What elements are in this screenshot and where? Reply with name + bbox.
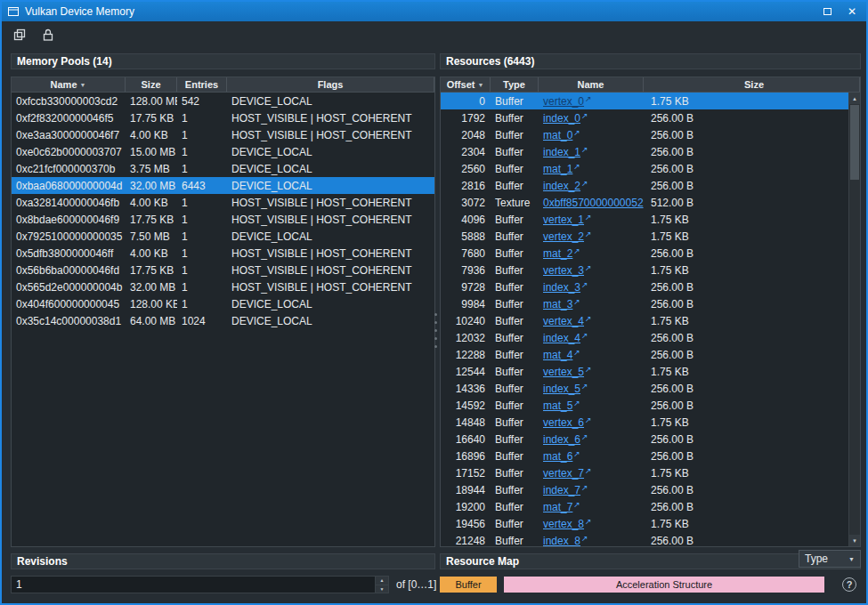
scroll-down-button[interactable]: ▼ [849, 535, 860, 546]
resource-link[interactable]: vertex_8 [543, 518, 584, 530]
resource-row[interactable]: 0Buffervertex_0↗1.75 KB [441, 93, 848, 109]
resource-name-cell: index_5↗ [539, 380, 644, 397]
resource-row[interactable]: 10240Buffervertex_4↗1.75 KB [441, 312, 848, 329]
resource-row[interactable]: 12288Buffermat_4↗256.00 B [441, 346, 848, 363]
revision-spinbox[interactable]: 1 ▲ ▼ [11, 576, 389, 593]
memory-pool-row[interactable]: 0xf2f83200000046f517.75 KB1HOST_VISIBLE … [12, 109, 434, 126]
resource-link[interactable]: index_2 [543, 180, 580, 192]
resource-link[interactable]: vertex_7 [543, 467, 584, 480]
resource-link[interactable]: mat_4 [543, 349, 572, 361]
column-header-type[interactable]: Type [491, 77, 539, 92]
resource-row[interactable]: 21248Bufferindex_8↗256.00 B [441, 532, 848, 546]
resource-link[interactable]: vertex_1 [543, 214, 584, 226]
float-button[interactable] [818, 4, 836, 20]
close-button[interactable]: ✕ [843, 4, 861, 20]
resource-row[interactable]: 9728Bufferindex_3↗256.00 B [441, 278, 848, 295]
resource-row[interactable]: 7936Buffervertex_3↗1.75 KB [441, 262, 848, 278]
pool-flags-cell: HOST_VISIBLE | HOST_COHERENT [227, 262, 434, 278]
resource-row[interactable]: 16896Buffermat_6↗256.00 B [441, 448, 848, 464]
resource-row[interactable]: 19456Buffervertex_8↗1.75 KB [441, 515, 848, 532]
resource-row[interactable]: 14592Buffermat_5↗256.00 B [441, 397, 848, 414]
memory-pool-row[interactable]: 0x56b6ba00000046fd17.75 KB1HOST_VISIBLE … [12, 262, 434, 278]
resource-link[interactable]: mat_5 [543, 399, 572, 412]
resource-row[interactable]: 18944Bufferindex_7↗256.00 B [441, 481, 848, 498]
memory-pool-row[interactable]: 0x565d2e000000004b32.00 MB1HOST_VISIBLE … [12, 278, 434, 295]
column-header-offset[interactable]: Offset▼ [441, 77, 491, 92]
resource-link[interactable]: index_3 [543, 281, 580, 294]
resource-name-cell: vertex_8↗ [539, 515, 644, 532]
scrollbar-thumb[interactable] [850, 105, 859, 180]
resource-link[interactable]: vertex_2 [543, 230, 584, 243]
resource-name-cell: index_7↗ [539, 481, 644, 498]
resource-row[interactable]: 3072Texture0xbff8570000000052↗512.00 B [441, 194, 848, 211]
resource-offset-cell: 2304 [441, 143, 491, 160]
resource-link[interactable]: index_1 [543, 146, 580, 158]
resource-link[interactable]: mat_1 [543, 163, 572, 175]
column-header-name[interactable]: Name [539, 77, 644, 92]
resource-link[interactable]: vertex_0 [543, 95, 584, 108]
resource-link[interactable]: index_0 [543, 112, 580, 125]
resource-link[interactable]: mat_6 [543, 450, 572, 463]
resource-link[interactable]: index_5 [543, 383, 580, 395]
titlebar[interactable]: Vulkan Device Memory ✕ [2, 2, 866, 21]
column-header-flags[interactable]: Flags [227, 77, 434, 92]
column-header-size[interactable]: Size [126, 77, 177, 92]
resource-row[interactable]: 14848Buffervertex_6↗1.75 KB [441, 414, 848, 431]
resource-row[interactable]: 2304Bufferindex_1↗256.00 B [441, 143, 848, 160]
column-header-size[interactable]: Size [644, 77, 860, 92]
memory-pool-row[interactable]: 0x35c14c00000038d164.00 MB1024DEVICE_LOC… [12, 312, 434, 329]
resource-row[interactable]: 5888Buffervertex_2↗1.75 KB [441, 228, 848, 245]
resource-row[interactable]: 9984Buffermat_3↗256.00 B [441, 295, 848, 312]
resources-scrollbar[interactable]: ▲ ▼ [848, 93, 860, 546]
spin-down-button[interactable]: ▼ [376, 585, 388, 593]
resource-row[interactable]: 1792Bufferindex_0↗256.00 B [441, 109, 848, 126]
resource-link[interactable]: vertex_5 [543, 366, 584, 378]
memory-pool-row[interactable]: 0x5dfb3800000046ff4.00 KB1HOST_VISIBLE |… [12, 245, 434, 262]
resource-map-segment-acceleration-structure[interactable]: Acceleration Structure [504, 577, 824, 593]
resource-row[interactable]: 17152Buffervertex_7↗1.75 KB [441, 464, 848, 481]
spin-up-button[interactable]: ▲ [376, 577, 388, 585]
panel-splitter[interactable] [434, 313, 438, 352]
resource-link[interactable]: vertex_4 [543, 315, 584, 327]
resource-link[interactable]: index_8 [543, 535, 580, 547]
resource-link[interactable]: index_4 [543, 332, 580, 344]
resource-row[interactable]: 4096Buffervertex_1↗1.75 KB [441, 211, 848, 228]
resource-row[interactable]: 16640Bufferindex_6↗256.00 B [441, 431, 848, 448]
resource-link[interactable]: mat_3 [543, 298, 572, 311]
resource-map-segment-buffer[interactable]: Buffer [440, 577, 497, 593]
resource-link[interactable]: index_6 [543, 433, 580, 446]
resource-row[interactable]: 7680Buffermat_2↗256.00 B [441, 245, 848, 262]
pool-flags-cell: HOST_VISIBLE | HOST_COHERENT [227, 194, 434, 211]
memory-pool-row[interactable]: 0xc21fcf000000370b3.75 MB1DEVICE_LOCAL [12, 160, 434, 177]
resource-link[interactable]: index_7 [543, 484, 580, 496]
resource-row[interactable]: 2816Bufferindex_2↗256.00 B [441, 177, 848, 194]
resource-row[interactable]: 19200Buffermat_7↗256.00 B [441, 498, 848, 515]
help-icon[interactable]: ? [842, 577, 856, 592]
memory-pool-row[interactable]: 0xe0c62b000000370715.00 MB1DEVICE_LOCAL [12, 143, 434, 160]
column-header-entries[interactable]: Entries [177, 77, 227, 92]
resource-link[interactable]: mat_7 [543, 501, 572, 513]
memory-pool-row[interactable]: 0xfccb330000003cd2128.00 MB542DEVICE_LOC… [12, 93, 434, 109]
resource-row[interactable]: 12544Buffervertex_5↗1.75 KB [441, 363, 848, 380]
memory-pool-row[interactable]: 0x8bdae600000046f917.75 KB1HOST_VISIBLE … [12, 211, 434, 228]
resource-link[interactable]: mat_2 [543, 247, 572, 260]
resource-link[interactable]: mat_0 [543, 129, 572, 141]
memory-pool-row[interactable]: 0xbaa068000000004d32.00 MB6443DEVICE_LOC… [12, 177, 434, 194]
lock-button[interactable] [37, 24, 59, 45]
resources-column-headers: Offset▼TypeNameSize [441, 77, 860, 93]
column-header-name[interactable]: Name▼ [12, 77, 126, 92]
resource-row[interactable]: 12032Bufferindex_4↗256.00 B [441, 329, 848, 346]
resource-row[interactable]: 2048Buffermat_0↗256.00 B [441, 126, 848, 143]
memory-pool-row[interactable]: 0xa3281400000046fb4.00 KB1HOST_VISIBLE |… [12, 194, 434, 211]
scroll-up-button[interactable]: ▲ [849, 93, 860, 104]
resource-link[interactable]: vertex_3 [543, 264, 584, 277]
new-window-button[interactable] [9, 24, 30, 45]
memory-pool-row[interactable]: 0xe3aa3000000046f74.00 KB1HOST_VISIBLE |… [12, 126, 434, 143]
resource-link[interactable]: 0xbff8570000000052 [543, 197, 644, 209]
memory-pool-row[interactable]: 0x79251000000000357.50 MB1DEVICE_LOCAL [12, 228, 434, 245]
resource-row[interactable]: 14336Bufferindex_5↗256.00 B [441, 380, 848, 397]
resource-row[interactable]: 2560Buffermat_1↗256.00 B [441, 160, 848, 177]
resource-link[interactable]: vertex_6 [543, 416, 584, 429]
memory-pool-row[interactable]: 0x404f600000000045128.00 KB1DEVICE_LOCAL [12, 295, 434, 312]
resource-map-type-dropdown[interactable]: Type ▼ [799, 550, 861, 568]
